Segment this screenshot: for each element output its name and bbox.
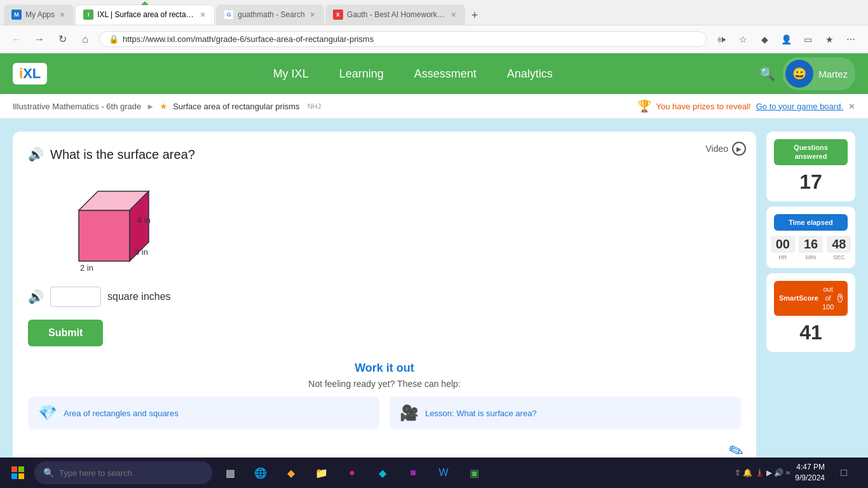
nav-learning[interactable]: Learning xyxy=(334,65,389,83)
work-section: Work it out Not feeling ready yet? These… xyxy=(28,362,741,430)
taskbar-date-value: 9/9/2024 xyxy=(795,473,825,484)
taskbar-word-button[interactable]: W xyxy=(430,459,458,487)
address-actions: 🕪 ☆ ◆ 👤 ▭ ★ ⋯ xyxy=(712,30,860,49)
nav-analytics[interactable]: Analytics xyxy=(502,65,558,83)
smart-subtitle-text: out of 100 xyxy=(821,285,836,312)
video-button[interactable]: Video ▶ xyxy=(705,142,746,156)
taskbar-icons: ▩ 🌐 ◆ 📁 ● ◆ ■ W ▣ xyxy=(216,459,488,487)
submit-button[interactable]: Submit xyxy=(28,320,103,346)
tab-myapps[interactable]: M My Apps × xyxy=(4,4,74,25)
pencil-button[interactable]: ✎ xyxy=(726,439,747,458)
taskbar-search-icon: 🔍 xyxy=(43,468,54,478)
video-play-icon: ▶ xyxy=(732,142,746,156)
favorite-star[interactable]: ★ xyxy=(159,101,168,111)
bookmark-button[interactable]: ☆ xyxy=(733,30,752,49)
tab-gauth[interactable]: X Gauth - Best AI Homework Helpe... × xyxy=(325,4,465,25)
user-avatar: 😀 xyxy=(785,60,813,88)
sound-icon-question[interactable]: 🔊 xyxy=(28,147,44,162)
tab-close-myapps[interactable]: × xyxy=(58,8,66,21)
breadcrumb-code: NHJ xyxy=(308,102,321,110)
tab-close-google[interactable]: × xyxy=(309,8,316,21)
smart-help-icon[interactable]: ? xyxy=(837,294,843,302)
main-content: Video ▶ 🔊 What is the surface area? xyxy=(0,119,868,458)
breadcrumb-chevron: ► xyxy=(146,102,154,111)
ixl-header: iXL My IXL Learning Assessment Analytics… xyxy=(0,53,868,94)
favorites-button[interactable]: ★ xyxy=(820,30,839,49)
ixl-navigation: My IXL Learning Assessment Analytics xyxy=(66,65,759,83)
svg-rect-9 xyxy=(18,473,24,479)
tab-close-gauth[interactable]: × xyxy=(450,8,458,21)
smart-title-text: SmartScore xyxy=(779,294,818,302)
sidebar: Questions answered 17 Time elapsed 00 HR… xyxy=(766,132,855,458)
breadcrumb-parent[interactable]: Illustrative Mathematics - 6th grade xyxy=(13,102,141,111)
tab-favicon-gauth: X xyxy=(333,10,343,20)
refresh-button[interactable]: ↻ xyxy=(53,30,71,48)
question-text: What is the surface area? xyxy=(50,147,195,162)
smart-card: SmartScore out of 100 ? 41 xyxy=(766,273,855,352)
taskbar-time-value: 4:47 PM xyxy=(795,462,825,473)
svg-text:3 in: 3 in xyxy=(135,247,148,257)
new-tab-button[interactable]: + xyxy=(466,6,484,25)
taskbar-explorer-button[interactable]: 📁 xyxy=(308,459,336,487)
taskbar-python-button[interactable]: ◆ xyxy=(277,459,305,487)
taskbar: 🔍 ▩ 🌐 ◆ 📁 ● ◆ ■ W ▣ ⇧ 🔔 🗼 ▶ 🔊 ≈ 4:47 PM … xyxy=(0,458,868,488)
logo-ixl: XL xyxy=(23,65,41,81)
work-subtitle: Not feeling ready yet? These can help: xyxy=(28,379,741,389)
taskbar-search-input[interactable] xyxy=(59,468,203,478)
qa-count: 17 xyxy=(774,170,848,194)
start-button[interactable] xyxy=(5,460,31,485)
trophy-icon: 🏆 xyxy=(637,99,651,113)
extensions-button[interactable]: ◆ xyxy=(755,30,774,49)
prize-close-button[interactable]: ✕ xyxy=(848,102,855,111)
taskbar-app2-button[interactable]: ◆ xyxy=(369,459,397,487)
sound-icon-answer[interactable]: 🔊 xyxy=(28,289,44,304)
qa-title: Questions answered xyxy=(774,139,848,165)
tab-label-ixl: IXL | Surface area of rectangular p... xyxy=(97,10,195,19)
taskbar-app3-button[interactable]: ■ xyxy=(399,459,427,487)
svg-rect-7 xyxy=(18,466,24,472)
nav-assessment[interactable]: Assessment xyxy=(409,65,482,83)
time-min-label: MIN xyxy=(806,254,817,261)
question-header: 🔊 What is the surface area? xyxy=(28,147,741,162)
time-min-value: 16 xyxy=(799,236,823,253)
address-bar: ← → ↻ ⌂ 🔒 https://www.ixl.com/math/grade… xyxy=(0,25,868,53)
tab-google[interactable]: G guathmath - Search × xyxy=(216,4,324,25)
user-menu[interactable]: 😀 Martez xyxy=(783,57,855,90)
forward-button[interactable]: → xyxy=(31,30,48,48)
url-bar[interactable]: 🔒 https://www.ixl.com/math/grade-6/surfa… xyxy=(99,31,707,47)
help-card-lesson[interactable]: 🎥 Lesson: What is surface area? xyxy=(390,396,741,430)
read-aloud-button[interactable]: 🕪 xyxy=(712,30,731,49)
svg-text:2 in: 2 in xyxy=(80,263,93,273)
ixl-page: iXL My IXL Learning Assessment Analytics… xyxy=(0,53,868,458)
url-text: https://www.ixl.com/math/grade-6/surface… xyxy=(123,34,697,44)
nav-myixl[interactable]: My IXL xyxy=(268,65,314,83)
taskbar-app1-button[interactable]: ● xyxy=(338,459,366,487)
split-view-button[interactable]: ▭ xyxy=(798,30,817,49)
tab-ixl[interactable]: I IXL | Surface area of rectangular p...… xyxy=(75,4,215,25)
prism-diagram: 4 in 3 in 2 in xyxy=(41,172,168,274)
tab-label-myapps: My Apps xyxy=(25,10,55,19)
taskbar-search[interactable]: 🔍 xyxy=(34,461,212,484)
more-button[interactable]: ⋯ xyxy=(841,30,860,49)
ixl-logo[interactable]: iXL xyxy=(13,63,47,85)
task-view-button[interactable]: ▩ xyxy=(216,459,244,487)
prize-link[interactable]: Go to your game board. xyxy=(756,102,843,111)
taskbar-edge-button[interactable]: 🌐 xyxy=(247,459,275,487)
help-card-rectangles[interactable]: 💎 Area of rectangles and squares xyxy=(28,396,379,430)
svg-text:4 in: 4 in xyxy=(137,215,151,225)
prize-text: You have prizes to reveal! xyxy=(656,102,751,111)
profile-button[interactable]: 👤 xyxy=(776,30,796,49)
tab-favicon-myapps: M xyxy=(11,10,22,20)
taskbar-left: 🔍 ▩ 🌐 ◆ 📁 ● ◆ ■ W ▣ xyxy=(5,459,488,487)
taskbar-calc-button[interactable]: ▣ xyxy=(460,459,488,487)
home-button[interactable]: ⌂ xyxy=(76,30,94,48)
help-card-label-1: Lesson: What is surface area? xyxy=(425,409,537,418)
back-button[interactable]: ← xyxy=(8,30,25,48)
video-icon: 🎥 xyxy=(400,404,419,422)
time-display: 00 HR 16 MIN 48 SEC xyxy=(774,236,848,261)
taskbar-right: ⇧ 🔔 🗼 ▶ 🔊 ≈ 4:47 PM 9/9/2024 □ xyxy=(735,459,863,487)
answer-input[interactable] xyxy=(50,287,101,307)
tab-close-ixl[interactable]: × xyxy=(199,8,207,21)
search-button[interactable]: 🔍 xyxy=(759,66,775,81)
notification-button[interactable]: □ xyxy=(830,459,858,487)
